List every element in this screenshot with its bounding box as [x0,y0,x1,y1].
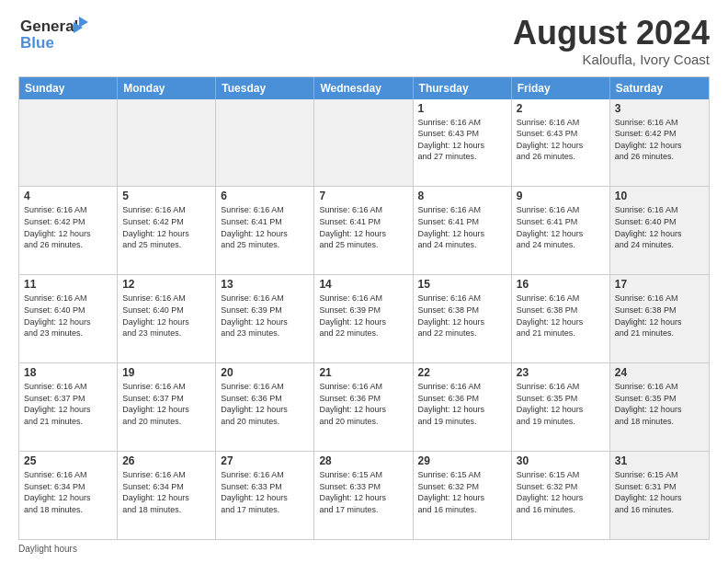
day-number: 12 [122,278,210,291]
day-info: Sunrise: 6:16 AMSunset: 6:35 PMDaylight:… [615,381,704,427]
day-info: Sunrise: 6:16 AMSunset: 6:37 PMDaylight:… [122,381,210,427]
day-info: Sunrise: 6:16 AMSunset: 6:39 PMDaylight:… [221,293,309,339]
day-number: 25 [24,454,112,467]
footer-note: Daylight hours [18,544,710,554]
day-number: 7 [319,190,407,202]
weekday-header: Thursday [414,77,512,99]
day-info: Sunrise: 6:16 AMSunset: 6:38 PMDaylight:… [418,293,506,339]
calendar-cell: 10Sunrise: 6:16 AMSunset: 6:40 PMDayligh… [610,187,709,274]
calendar-header: SundayMondayTuesdayWednesdayThursdayFrid… [19,77,709,99]
calendar-cell: 4Sunrise: 6:16 AMSunset: 6:42 PMDaylight… [19,187,118,274]
calendar-cell: 31Sunrise: 6:15 AMSunset: 6:31 PMDayligh… [610,452,709,539]
day-number: 17 [615,278,704,291]
weekday-header: Tuesday [216,77,314,99]
svg-text:Blue: Blue [20,34,54,52]
day-number: 27 [221,454,309,467]
day-number: 26 [122,454,210,467]
calendar-cell [314,99,413,187]
subtitle: Kaloufla, Ivory Coast [513,52,710,67]
day-info: Sunrise: 6:16 AMSunset: 6:42 PMDaylight:… [615,117,704,163]
calendar-cell: 22Sunrise: 6:16 AMSunset: 6:36 PMDayligh… [414,363,512,451]
day-info: Sunrise: 6:15 AMSunset: 6:32 PMDaylight:… [517,469,605,515]
day-info: Sunrise: 6:16 AMSunset: 6:41 PMDaylight:… [319,204,407,250]
day-number: 30 [517,454,605,467]
day-info: Sunrise: 6:16 AMSunset: 6:42 PMDaylight:… [122,204,210,250]
calendar-cell: 16Sunrise: 6:16 AMSunset: 6:38 PMDayligh… [512,275,610,362]
day-number: 28 [319,454,407,467]
day-info: Sunrise: 6:16 AMSunset: 6:43 PMDaylight:… [517,117,605,163]
calendar-cell [19,99,118,187]
day-number: 2 [517,102,605,115]
day-number: 16 [517,278,605,291]
day-info: Sunrise: 6:16 AMSunset: 6:39 PMDaylight:… [319,293,407,339]
day-info: Sunrise: 6:16 AMSunset: 6:40 PMDaylight:… [24,293,112,339]
calendar-cell: 17Sunrise: 6:16 AMSunset: 6:38 PMDayligh… [610,275,709,362]
calendar-cell: 18Sunrise: 6:16 AMSunset: 6:37 PMDayligh… [19,363,118,451]
calendar-cell: 25Sunrise: 6:16 AMSunset: 6:34 PMDayligh… [19,452,118,539]
calendar-cell: 6Sunrise: 6:16 AMSunset: 6:41 PMDaylight… [216,187,314,274]
calendar-cell: 26Sunrise: 6:16 AMSunset: 6:34 PMDayligh… [118,452,216,539]
day-number: 3 [615,102,704,115]
day-number: 20 [221,366,309,379]
day-number: 6 [221,190,309,202]
day-number: 24 [615,366,704,379]
calendar-cell: 28Sunrise: 6:15 AMSunset: 6:33 PMDayligh… [314,452,413,539]
day-info: Sunrise: 6:16 AMSunset: 6:38 PMDaylight:… [615,293,704,339]
calendar-row: 25Sunrise: 6:16 AMSunset: 6:34 PMDayligh… [19,452,709,539]
weekday-header: Monday [118,77,216,99]
day-info: Sunrise: 6:16 AMSunset: 6:38 PMDaylight:… [517,293,605,339]
calendar-cell: 19Sunrise: 6:16 AMSunset: 6:37 PMDayligh… [118,363,216,451]
day-info: Sunrise: 6:15 AMSunset: 6:31 PMDaylight:… [615,469,704,515]
day-number: 14 [319,278,407,291]
day-info: Sunrise: 6:15 AMSunset: 6:32 PMDaylight:… [418,469,506,515]
calendar-cell [118,99,216,187]
title-block: August 2024 Kaloufla, Ivory Coast [513,15,710,67]
day-info: Sunrise: 6:16 AMSunset: 6:40 PMDaylight:… [615,204,704,250]
day-number: 8 [418,190,506,202]
calendar-row: 1Sunrise: 6:16 AMSunset: 6:43 PMDaylight… [19,99,709,188]
calendar-cell: 11Sunrise: 6:16 AMSunset: 6:40 PMDayligh… [19,275,118,362]
calendar-cell: 29Sunrise: 6:15 AMSunset: 6:32 PMDayligh… [414,452,512,539]
calendar-cell: 3Sunrise: 6:16 AMSunset: 6:42 PMDaylight… [610,99,709,187]
calendar-cell: 2Sunrise: 6:16 AMSunset: 6:43 PMDaylight… [512,99,610,187]
logo-icon: GeneralBlue [18,15,92,52]
day-number: 29 [418,454,506,467]
day-info: Sunrise: 6:16 AMSunset: 6:36 PMDaylight:… [418,381,506,427]
day-info: Sunrise: 6:16 AMSunset: 6:40 PMDaylight:… [122,293,210,339]
calendar-cell: 12Sunrise: 6:16 AMSunset: 6:40 PMDayligh… [118,275,216,362]
calendar-cell: 20Sunrise: 6:16 AMSunset: 6:36 PMDayligh… [216,363,314,451]
weekday-header: Saturday [610,77,709,99]
day-number: 21 [319,366,407,379]
day-number: 31 [615,454,704,467]
day-number: 13 [221,278,309,291]
weekday-header: Friday [512,77,610,99]
day-info: Sunrise: 6:16 AMSunset: 6:34 PMDaylight:… [24,469,112,515]
day-number: 19 [122,366,210,379]
day-number: 18 [24,366,112,379]
calendar-cell: 5Sunrise: 6:16 AMSunset: 6:42 PMDaylight… [118,187,216,274]
day-info: Sunrise: 6:16 AMSunset: 6:37 PMDaylight:… [24,381,112,427]
day-info: Sunrise: 6:16 AMSunset: 6:36 PMDaylight:… [319,381,407,427]
header: GeneralBlue August 2024 Kaloufla, Ivory … [18,15,710,67]
day-number: 15 [418,278,506,291]
main-title: August 2024 [513,15,710,52]
calendar-cell: 8Sunrise: 6:16 AMSunset: 6:41 PMDaylight… [414,187,512,274]
day-info: Sunrise: 6:16 AMSunset: 6:41 PMDaylight:… [418,204,506,250]
calendar-row: 18Sunrise: 6:16 AMSunset: 6:37 PMDayligh… [19,363,709,452]
calendar-cell: 14Sunrise: 6:16 AMSunset: 6:39 PMDayligh… [314,275,413,362]
svg-marker-3 [79,17,88,28]
day-info: Sunrise: 6:15 AMSunset: 6:33 PMDaylight:… [319,469,407,515]
day-number: 1 [418,102,506,115]
day-number: 22 [418,366,506,379]
calendar-row: 11Sunrise: 6:16 AMSunset: 6:40 PMDayligh… [19,275,709,363]
calendar-cell: 1Sunrise: 6:16 AMSunset: 6:43 PMDaylight… [414,99,512,187]
calendar-cell: 23Sunrise: 6:16 AMSunset: 6:35 PMDayligh… [512,363,610,451]
day-info: Sunrise: 6:16 AMSunset: 6:41 PMDaylight:… [517,204,605,250]
logo: GeneralBlue [18,15,92,52]
day-info: Sunrise: 6:16 AMSunset: 6:43 PMDaylight:… [418,117,506,163]
day-number: 23 [517,366,605,379]
calendar-cell: 30Sunrise: 6:15 AMSunset: 6:32 PMDayligh… [512,452,610,539]
day-number: 4 [24,190,112,202]
day-info: Sunrise: 6:16 AMSunset: 6:33 PMDaylight:… [221,469,309,515]
day-info: Sunrise: 6:16 AMSunset: 6:34 PMDaylight:… [122,469,210,515]
